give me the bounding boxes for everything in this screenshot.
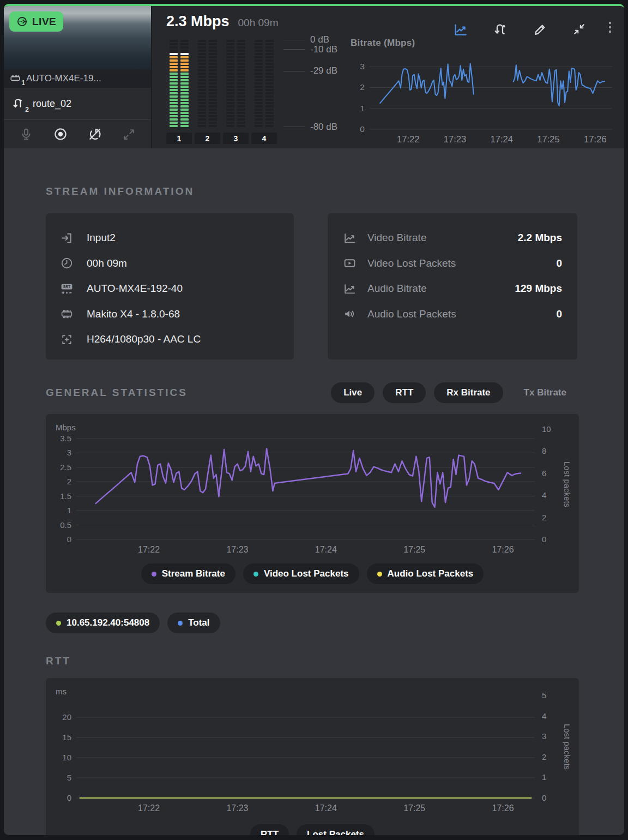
route-icon: 2: [11, 97, 25, 111]
header-toolbar: [453, 22, 586, 37]
svg-text:0: 0: [67, 535, 71, 544]
legend-lost-packets[interactable]: Lost Packets: [297, 824, 375, 835]
badge-total[interactable]: Total: [167, 613, 220, 633]
kebab-menu-icon[interactable]: [605, 20, 615, 39]
tab-live[interactable]: Live: [331, 382, 375, 403]
edit-icon[interactable]: [533, 22, 547, 37]
legend-audio-lost-packets[interactable]: Audio Lost Packets: [367, 563, 484, 584]
speaker-icon: [343, 307, 357, 321]
svg-text:3: 3: [67, 448, 71, 457]
meter-channel: 1: [166, 37, 192, 144]
tab-rtt[interactable]: RTT: [383, 382, 426, 403]
route-badge: 2: [25, 106, 29, 113]
svg-text:2: 2: [67, 477, 71, 486]
svg-text:15: 15: [62, 733, 71, 742]
svg-text:0: 0: [67, 793, 71, 802]
meter-channel: 3: [223, 37, 249, 144]
video-name: AUTO-MX4E-19...: [26, 73, 101, 84]
route-row: 2 route_02: [4, 88, 151, 119]
legend-rtt[interactable]: RTT: [250, 824, 289, 835]
db-scale: 0 dB-10 dB-29 dB-80 dB: [283, 37, 335, 130]
stat-label: Video Bitrate: [367, 232, 507, 244]
svg-text:1: 1: [360, 104, 365, 113]
stat-value: 0: [556, 257, 562, 269]
stat-row-video-lost: Video Lost Packets 0: [343, 251, 562, 277]
live-label: LIVE: [32, 16, 56, 28]
info-device: Makito X4 - 1.8.0-68: [87, 308, 180, 320]
general-statistics-header: GENERAL STATISTICS Live RTT Rx Bitrate T…: [46, 382, 579, 403]
stat-label: Video Lost Packets: [367, 257, 545, 269]
badge-label: Total: [188, 617, 209, 628]
app-window: LIVE 1 AUTO-MX4E-19...: [4, 4, 624, 835]
legend-stream-bitrate[interactable]: Stream Bitrate: [141, 563, 235, 584]
stat-label: Audio Bitrate: [367, 283, 504, 295]
svg-text:2: 2: [360, 83, 365, 92]
live-badge: LIVE: [9, 11, 63, 32]
info-row-uptime: 00h 09m: [60, 251, 280, 277]
stream-info-cards: Input2 00h 09m SRT: [46, 213, 579, 359]
audio-meter-panel: 2.3 Mbps 00h 09m 1234 0 dB-10 dB-29 dB-8…: [152, 6, 335, 148]
stream-info-card: Input2 00h 09m SRT: [46, 213, 294, 359]
svg-text:Lost packets: Lost packets: [563, 724, 572, 770]
svg-text:17:22: 17:22: [397, 134, 420, 144]
input-icon: [60, 231, 74, 245]
badge-label: 10.65.192.40:54808: [67, 617, 149, 628]
stream-header: LIVE 1 AUTO-MX4E-19...: [4, 6, 624, 148]
svg-text:17:22: 17:22: [138, 803, 160, 813]
record-icon[interactable]: [53, 127, 68, 142]
mini-chart-title: Bitrate (Mbps): [351, 38, 617, 49]
info-row-input: Input2: [60, 225, 280, 251]
svg-text:1.5: 1.5: [60, 491, 71, 501]
svg-text:17:26: 17:26: [492, 803, 514, 813]
legend-dot: [253, 572, 258, 577]
bitrate-title-row: 2.3 Mbps 00h 09m: [166, 13, 335, 30]
svg-text:8: 8: [542, 446, 546, 455]
svg-text:17:23: 17:23: [226, 545, 248, 554]
meter-channel: 4: [251, 37, 277, 144]
route-name: route_02: [33, 98, 71, 110]
channel-label: 4: [251, 133, 277, 144]
svg-text:2.5: 2.5: [60, 463, 71, 472]
svg-text:1: 1: [67, 506, 71, 515]
stats-tabs: Live RTT Rx Bitrate Tx Bitrate: [331, 382, 579, 403]
svg-text:20: 20: [62, 712, 71, 722]
audio-meters: 1234 0 dB-10 dB-29 dB-80 dB: [166, 37, 335, 144]
page-content: STREAM INFORMATION Input2 00h 09m: [4, 185, 624, 835]
collapse-icon[interactable]: [572, 22, 586, 37]
meter-channel: 2: [195, 37, 220, 144]
svg-text:3.5: 3.5: [60, 434, 71, 443]
series-badges: 10.65.192.40:54808 Total: [46, 613, 579, 633]
fullscreen-icon[interactable]: [122, 128, 136, 141]
rtt-chart: 05101520012345Lost packets17:2217:2317:2…: [46, 686, 576, 820]
channel-label: 3: [223, 133, 249, 144]
legend-label: Lost Packets: [307, 829, 364, 835]
current-bitrate: 2.3 Mbps: [166, 13, 230, 30]
talkback-disabled-icon[interactable]: [87, 127, 102, 142]
legend-label: RTT: [261, 829, 279, 835]
route-view-icon[interactable]: [493, 22, 508, 37]
legend-video-lost-packets[interactable]: Video Lost Packets: [243, 563, 359, 584]
stream-stats-card: Video Bitrate 2.2 Mbps Video Lost Packet…: [328, 213, 577, 359]
svg-text:17:26: 17:26: [492, 545, 514, 554]
badge-path[interactable]: 10.65.192.40:54808: [46, 613, 160, 633]
svg-text:17:23: 17:23: [226, 803, 248, 813]
tab-rx-bitrate[interactable]: Rx Bitrate: [434, 382, 503, 403]
stats-legend: Stream Bitrate Video Lost Packets Audio …: [46, 563, 579, 584]
microphone-icon[interactable]: [19, 127, 33, 141]
info-row-stream: SRT AUTO-MX4E-192-40: [60, 276, 280, 302]
svg-text:5: 5: [542, 691, 546, 700]
db-scale-label: -10 dB: [283, 44, 337, 55]
svg-text:3: 3: [360, 62, 365, 71]
tab-tx-bitrate[interactable]: Tx Bitrate: [511, 382, 579, 403]
chart-view-icon[interactable]: [453, 22, 468, 37]
svg-text:17:26: 17:26: [584, 134, 607, 144]
svg-text:17:25: 17:25: [537, 134, 560, 144]
meter-channels: 1234: [166, 37, 277, 144]
stat-value: 0: [556, 308, 562, 320]
svg-text:17:24: 17:24: [315, 803, 337, 813]
svg-text:1: 1: [542, 772, 546, 782]
uptime: 00h 09m: [238, 17, 279, 29]
left-axis-unit: Mbps: [56, 423, 76, 432]
codec-icon: [60, 333, 74, 346]
svg-text:17:25: 17:25: [403, 803, 425, 813]
